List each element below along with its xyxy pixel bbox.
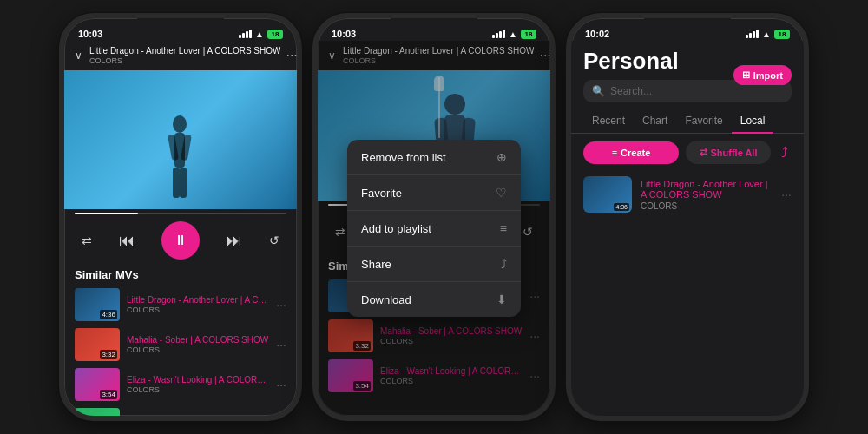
remove-from-list-label: Remove from list — [361, 151, 446, 164]
create-label: Create — [621, 148, 650, 158]
context-menu-item-download[interactable]: Download ⬇ — [347, 282, 521, 317]
svg-rect-5 — [180, 168, 187, 198]
signal-icon-1 — [239, 30, 252, 38]
create-button[interactable]: ≡ Create — [583, 141, 679, 164]
download-icon: ⬇ — [496, 293, 507, 306]
context-menu-item-favorite[interactable]: Favorite ♡ — [347, 175, 521, 211]
search-placeholder-3: Search... — [610, 85, 652, 97]
prev-button-1[interactable]: ⏮ — [119, 232, 135, 250]
mv-artist-1-1: COLORS — [127, 306, 269, 314]
tab-favorite[interactable]: Favorite — [676, 109, 731, 134]
favorite-icon: ♡ — [496, 186, 507, 200]
import-plus-icon: ⊞ — [742, 69, 750, 81]
mv-title-1-3: Eliza - Wasn't Looking | A COLORS SHOW — [127, 375, 269, 385]
time-2: 10:03 — [332, 29, 356, 39]
phone3-content: ⊞ Import Personal 🔍 Search... Recent Cha… — [571, 41, 804, 416]
next-button-1[interactable]: ⏭ — [227, 232, 242, 250]
shuffle-all-label: Shuffle All — [711, 148, 758, 158]
more-button-1[interactable]: ··· — [280, 46, 297, 65]
mv-more-1-2[interactable]: ··· — [276, 338, 286, 352]
share-label: Share — [361, 258, 391, 271]
lib-subtitle-1: COLORS — [641, 201, 773, 211]
battery-2: 18 — [521, 30, 536, 39]
battery-3: 18 — [774, 30, 790, 39]
track-title-1: Little Dragon - Another Lover | A COLORS… — [89, 46, 280, 56]
shuffle-icon-3: ⇄ — [700, 147, 707, 158]
time-1: 10:03 — [78, 29, 102, 39]
phone-1: 10:03 ▲ 18 ∨ Little Dragon - Another Lov… — [59, 13, 302, 421]
lib-title-1: Little Dragon - Another Lover | A COLORS… — [641, 179, 773, 200]
mv-item-1-4[interactable]: Little Dragon - Machine Dreams (Full Alb… — [64, 404, 297, 416]
share-icon: ⤴ — [501, 257, 507, 271]
chevron-down-icon-1[interactable]: ∨ — [75, 49, 82, 62]
mv-artist-1-2: COLORS — [127, 345, 269, 354]
context-menu-item-playlist[interactable]: Add to playlist ≡ — [347, 211, 521, 247]
status-bar-1: 10:03 ▲ 18 — [64, 22, 297, 41]
similar-mvs-heading-1: Similar MVs — [64, 263, 297, 285]
context-menu: Remove from list ⊕ Favorite ♡ Add to pla… — [347, 140, 521, 317]
status-bar-3: 10:02 ▲ 18 — [571, 22, 804, 41]
phone-2: 10:03 ▲ 18 ∨ Little Dragon - Another Lov… — [312, 13, 556, 421]
lib-more-1[interactable]: ··· — [781, 187, 792, 201]
favorite-label: Favorite — [361, 187, 402, 200]
mv-item-1-3[interactable]: 3:54 Eliza - Wasn't Looking | A COLORS S… — [64, 365, 297, 404]
video-area-1 — [64, 70, 297, 209]
tab-local[interactable]: Local — [732, 109, 774, 134]
now-playing-info-1: Little Dragon - Another Lover | A COLORS… — [89, 46, 280, 65]
download-label: Download — [361, 293, 411, 306]
mv-duration-1-3: 3:54 — [100, 390, 117, 399]
mv-title-1-1: Little Dragon - Another Lover | A COLORS… — [127, 295, 269, 305]
mv-info-1-1: Little Dragon - Another Lover | A COLORS… — [127, 295, 269, 314]
search-icon-3: 🔍 — [592, 85, 605, 97]
action-row-3: ≡ Create ⇄ Shuffle All ⤴ — [571, 141, 804, 164]
mv-artist-1-3: COLORS — [127, 385, 269, 394]
mv-list-1: 4:36 Little Dragon - Another Lover | A C… — [64, 285, 297, 416]
wifi-icon-2: ▲ — [509, 30, 517, 39]
tab-chart[interactable]: Chart — [634, 109, 676, 134]
context-menu-overlay[interactable]: Remove from list ⊕ Favorite ♡ Add to pla… — [318, 41, 550, 416]
svg-rect-4 — [173, 168, 180, 198]
remove-icon: ⊕ — [496, 150, 507, 164]
context-menu-item-share[interactable]: Share ⤴ — [347, 247, 521, 282]
mv-info-1-2: Mahalia - Sober | A COLORS SHOW COLORS — [127, 335, 269, 354]
svg-point-0 — [173, 115, 187, 133]
mv-info-1-3: Eliza - Wasn't Looking | A COLORS SHOW C… — [127, 375, 269, 394]
phone1-content: ∨ Little Dragon - Another Lover | A COLO… — [64, 41, 297, 416]
share-button-3[interactable]: ⤴ — [778, 141, 792, 164]
add-to-playlist-icon: ≡ — [500, 221, 507, 235]
mv-item-1-2[interactable]: 3:32 Mahalia - Sober | A COLORS SHOW COL… — [64, 325, 297, 365]
pause-button-1[interactable]: ⏸ — [161, 221, 200, 260]
library-item-1[interactable]: 4:36 Little Dragon - Another Lover | A C… — [571, 171, 804, 218]
create-icon: ≡ — [612, 148, 617, 158]
status-bar-2: 10:03 ▲ 18 — [318, 22, 550, 41]
repeat-button-1[interactable]: ↺ — [269, 233, 279, 247]
tabs-row-3: Recent Chart Favorite Local — [571, 109, 804, 134]
battery-1: 18 — [267, 30, 283, 39]
mv-more-1-3[interactable]: ··· — [276, 378, 286, 391]
mv-title-1-2: Mahalia - Sober | A COLORS SHOW — [127, 335, 269, 345]
phone-3: 10:02 ▲ 18 ⊞ Import Personal 🔍 — [566, 13, 809, 421]
controls-row-1: ⇄ ⏮ ⏸ ⏭ ↺ — [64, 218, 297, 263]
wifi-icon-3: ▲ — [762, 30, 771, 39]
shuffle-all-button[interactable]: ⇄ Shuffle All — [686, 141, 771, 164]
mv-thumb-1-3: 3:54 — [75, 368, 120, 401]
mv-item-1-1[interactable]: 4:36 Little Dragon - Another Lover | A C… — [64, 285, 297, 325]
now-playing-bar-1: ∨ Little Dragon - Another Lover | A COLO… — [64, 41, 297, 70]
lib-thumb-1: 4:36 — [583, 176, 632, 213]
context-menu-item-remove[interactable]: Remove from list ⊕ — [347, 140, 521, 175]
import-label: Import — [753, 70, 783, 81]
mv-thumb-1-1: 4:36 — [75, 288, 120, 321]
lib-info-1: Little Dragon - Another Lover | A COLORS… — [641, 179, 773, 211]
import-button[interactable]: ⊞ Import — [733, 65, 792, 85]
track-subtitle-1: COLORS — [89, 56, 280, 65]
tab-recent[interactable]: Recent — [583, 109, 634, 134]
mv-thumb-1-4 — [75, 408, 120, 416]
mv-duration-1-1: 4:36 — [100, 310, 117, 319]
shuffle-button-1[interactable]: ⇄ — [82, 233, 92, 247]
signal-icon-2 — [492, 30, 505, 38]
time-3: 10:02 — [585, 29, 609, 39]
figure-silhouette-1 — [162, 114, 197, 201]
progress-bar-1[interactable] — [64, 209, 297, 218]
mv-more-1-1[interactable]: ··· — [276, 298, 286, 312]
add-to-playlist-label: Add to playlist — [361, 222, 431, 235]
